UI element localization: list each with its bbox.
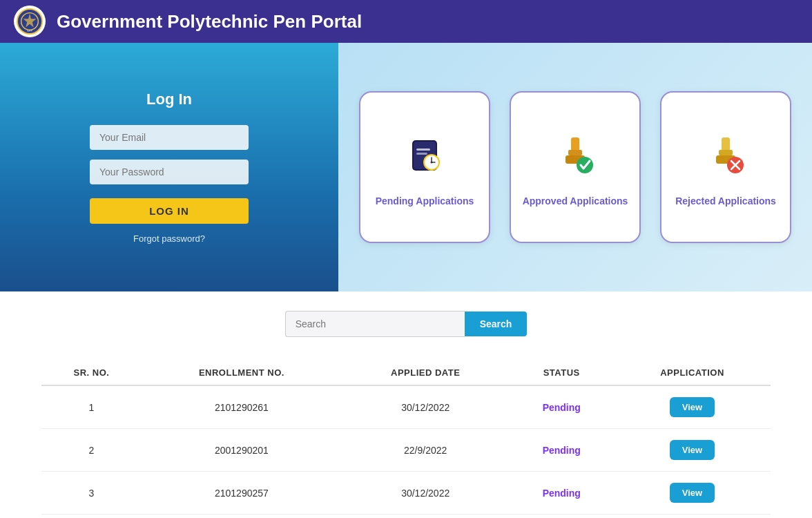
svg-point-16 <box>577 157 593 173</box>
svg-text:GPP: GPP <box>27 30 32 32</box>
table-row: 1 2101290261 30/12/2022 Pending View <box>41 385 771 429</box>
cell-enrollment: 2101290257 <box>142 472 342 515</box>
logo: GPP <box>14 6 46 37</box>
cards-section: Pending Applications Approved Applicatio… <box>338 43 812 291</box>
header-title: Government Polytechnic Pen Portal <box>57 11 362 32</box>
cell-status: Pending <box>509 385 614 429</box>
cell-status: Pending <box>509 429 614 472</box>
applications-table: SR. NO. ENROLLMENT NO. APPLIED DATE STAT… <box>41 358 771 515</box>
approved-icon <box>548 128 603 183</box>
col-enrollment: ENROLLMENT NO. <box>142 358 342 385</box>
pending-icon <box>397 128 452 183</box>
approved-card-label: Approved Applications <box>523 195 628 207</box>
view-button[interactable]: View <box>670 397 715 417</box>
search-button[interactable]: Search <box>465 311 528 336</box>
password-field[interactable] <box>90 160 249 184</box>
rejected-icon <box>698 128 753 183</box>
col-applied-date: APPLIED DATE <box>342 358 510 385</box>
col-status: STATUS <box>509 358 614 385</box>
login-panel: Log In LOG IN Forgot password? <box>0 43 338 291</box>
table-row: 3 2101290257 30/12/2022 Pending View <box>41 472 771 515</box>
cell-application: View <box>614 472 771 515</box>
table-row: 2 2001290201 22/9/2022 Pending View <box>41 429 771 472</box>
rejected-card-label: Rejected Applications <box>675 195 776 207</box>
cell-sr: 3 <box>41 472 142 515</box>
cell-status: Pending <box>509 472 614 515</box>
svg-rect-13 <box>571 137 579 151</box>
cell-enrollment: 2001290201 <box>142 429 342 472</box>
view-button[interactable]: View <box>670 483 715 503</box>
table-header-row: SR. NO. ENROLLMENT NO. APPLIED DATE STAT… <box>41 358 771 385</box>
rejected-applications-card[interactable]: Rejected Applications <box>660 91 791 243</box>
col-sr-no: SR. NO. <box>41 358 142 385</box>
search-input[interactable] <box>285 311 465 337</box>
col-application: APPLICATION <box>614 358 771 385</box>
cell-enrollment: 2101290261 <box>142 385 342 429</box>
hero-section: Log In LOG IN Forgot password? <box>0 43 812 291</box>
svg-rect-7 <box>416 153 427 155</box>
approved-applications-card[interactable]: Approved Applications <box>510 91 641 243</box>
cell-application: View <box>614 385 771 429</box>
header: GPP Government Polytechnic Pen Portal <box>0 0 812 43</box>
cell-sr: 2 <box>41 429 142 472</box>
forgot-password-link[interactable]: Forgot password? <box>133 233 205 244</box>
svg-rect-14 <box>568 150 582 155</box>
table-section: SR. NO. ENROLLMENT NO. APPLIED DATE STAT… <box>0 344 812 518</box>
svg-rect-17 <box>722 137 730 151</box>
pending-card-label: Pending Applications <box>376 195 474 207</box>
cell-sr: 1 <box>41 385 142 429</box>
cell-date: 30/12/2022 <box>342 385 510 429</box>
svg-rect-18 <box>719 150 733 155</box>
email-field[interactable] <box>90 125 249 150</box>
login-button[interactable]: LOG IN <box>90 198 249 224</box>
search-section: Search <box>0 291 812 344</box>
svg-rect-6 <box>416 148 430 151</box>
cell-date: 22/9/2022 <box>342 429 510 472</box>
cell-application: View <box>614 429 771 472</box>
pending-applications-card[interactable]: Pending Applications <box>359 91 490 243</box>
view-button[interactable]: View <box>670 440 715 460</box>
cell-date: 30/12/2022 <box>342 472 510 515</box>
login-title: Log In <box>146 90 192 108</box>
